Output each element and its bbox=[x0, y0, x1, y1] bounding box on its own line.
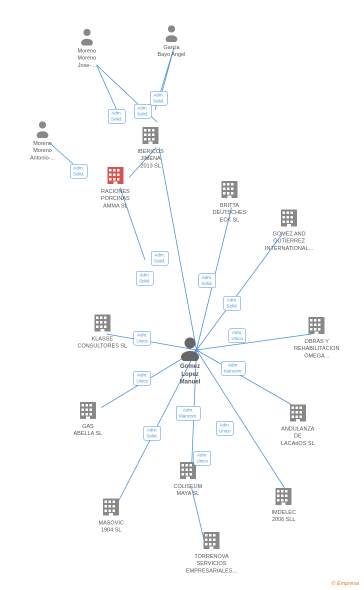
svg-rect-141 bbox=[281, 494, 284, 497]
svg-rect-28 bbox=[144, 134, 146, 136]
svg-rect-70 bbox=[100, 316, 102, 319]
svg-rect-135 bbox=[109, 513, 113, 516]
svg-rect-59 bbox=[286, 212, 289, 214]
svg-rect-102 bbox=[86, 416, 90, 419]
badge-adm-unico-1[interactable]: Adm.Unico bbox=[134, 331, 151, 346]
svg-rect-47 bbox=[223, 183, 226, 186]
badge-adm-solid-4[interactable]: Adm.Solid. bbox=[70, 164, 88, 178]
node-moreno-antonio[interactable]: Moreno Moreno Antonio-... bbox=[30, 120, 55, 161]
node-raciones-porcinas[interactable]: RACIONES PORCINAS AMMA SL bbox=[101, 165, 130, 209]
node-britta-deutsches[interactable]: BRITTA DEUTSCHES ECK SL bbox=[212, 179, 246, 223]
badge-adm-solid-7[interactable]: Adm.Solid. bbox=[198, 274, 216, 288]
svg-line-6 bbox=[159, 148, 196, 350]
svg-rect-145 bbox=[285, 499, 288, 502]
svg-rect-78 bbox=[100, 329, 104, 332]
svg-rect-88 bbox=[318, 328, 320, 330]
svg-rect-138 bbox=[281, 490, 284, 492]
svg-rect-104 bbox=[292, 406, 294, 409]
svg-rect-40 bbox=[113, 174, 116, 176]
svg-rect-111 bbox=[296, 416, 298, 418]
svg-rect-100 bbox=[86, 413, 88, 416]
svg-rect-110 bbox=[292, 416, 294, 418]
badge-adm-solid-8[interactable]: Adm.Solid. bbox=[224, 296, 241, 310]
svg-rect-31 bbox=[144, 138, 146, 140]
svg-rect-38 bbox=[117, 169, 120, 172]
svg-rect-131 bbox=[112, 505, 115, 508]
badge-adm-unico-3[interactable]: Adm.Unico bbox=[134, 371, 151, 386]
building-icon bbox=[289, 402, 307, 424]
node-gas-abella[interactable]: GAS ABELLA SL bbox=[74, 400, 102, 437]
badge-adm-solid-1[interactable]: Adm.Solid. bbox=[150, 91, 168, 106]
svg-rect-64 bbox=[282, 220, 285, 223]
svg-rect-137 bbox=[277, 490, 280, 492]
badge-adm-solid-5[interactable]: Adm.Solid. bbox=[151, 251, 168, 266]
node-britta-deutsches-label: BRITTA DEUTSCHES ECK SL bbox=[212, 202, 246, 223]
node-torrenova-label: TORRENOVA SERVICIOS EMPRESARIALES... bbox=[186, 552, 237, 574]
node-obras-rehabilitacion-label: OBRAS Y REHABILITACION OMEGA... bbox=[294, 338, 340, 359]
badge-adm-unico-5[interactable]: Adm.Unico bbox=[194, 451, 211, 466]
node-torrenova[interactable]: TORRENOVA SERVICIOS EMPRESARIALES... bbox=[186, 530, 237, 574]
svg-rect-94 bbox=[86, 404, 88, 406]
svg-rect-29 bbox=[148, 134, 150, 136]
svg-rect-80 bbox=[310, 319, 312, 322]
node-obras-rehabilitacion[interactable]: OBRAS Y REHABILITACION OMEGA... bbox=[294, 315, 340, 359]
badge-adm-unico-2[interactable]: Adm.Unico bbox=[228, 328, 246, 343]
svg-rect-115 bbox=[182, 464, 184, 466]
svg-point-21 bbox=[166, 36, 177, 42]
svg-rect-157 bbox=[210, 546, 214, 549]
svg-rect-123 bbox=[190, 473, 192, 476]
svg-rect-52 bbox=[231, 188, 234, 190]
svg-rect-84 bbox=[314, 324, 316, 326]
node-imdelec-2006[interactable]: IMDELEC 2006 SLL bbox=[272, 486, 296, 523]
svg-rect-37 bbox=[113, 169, 116, 172]
badge-adm-solid-3[interactable]: Adm.Solid. bbox=[108, 109, 126, 124]
svg-rect-51 bbox=[227, 188, 230, 190]
building-icon bbox=[142, 125, 160, 146]
svg-rect-98 bbox=[90, 408, 92, 411]
connections-svg bbox=[0, 0, 364, 590]
svg-rect-96 bbox=[82, 408, 84, 411]
badge-adm-solid-9[interactable]: Adm.Solid. bbox=[144, 426, 161, 440]
building-icon bbox=[102, 496, 120, 518]
svg-point-19 bbox=[81, 39, 92, 46]
node-gomez-gutierrez[interactable]: GOMEZ AND GUTIERREZ INTERNATIONAL... bbox=[265, 208, 313, 252]
svg-rect-30 bbox=[152, 134, 154, 136]
svg-rect-112 bbox=[300, 416, 302, 418]
svg-rect-43 bbox=[113, 178, 116, 180]
badge-adm-solid-2[interactable]: Adm.Solid. bbox=[134, 104, 152, 118]
svg-rect-54 bbox=[227, 192, 230, 194]
svg-rect-76 bbox=[100, 326, 102, 328]
svg-rect-72 bbox=[96, 321, 98, 324]
node-ibericos-jimena[interactable]: IBERICOS JIMENA 2013 SL bbox=[138, 125, 164, 169]
svg-rect-33 bbox=[152, 138, 154, 140]
node-coliseum-maya[interactable]: COLISEUM MAYA SL bbox=[174, 460, 202, 497]
svg-rect-154 bbox=[205, 543, 208, 546]
badge-adm-solid-6[interactable]: Adm.Solid. bbox=[136, 271, 154, 286]
node-masovic-1984[interactable]: MASOVIC 1984 SL bbox=[98, 496, 124, 534]
node-gomez-lopez[interactable]: Gomez Lopez Manuel bbox=[179, 336, 201, 386]
node-andulanza-lacados[interactable]: ANDULANZA DE LACAdOS SL bbox=[281, 402, 314, 446]
node-klasse-consultores[interactable]: KLASSE CONSULTORES SL bbox=[78, 312, 127, 350]
graph-container: Moreno Moreno Jose-... Garcia Bayo Angel… bbox=[0, 0, 364, 590]
svg-rect-143 bbox=[277, 499, 280, 502]
svg-rect-101 bbox=[90, 413, 92, 416]
svg-rect-66 bbox=[290, 220, 293, 223]
svg-rect-44 bbox=[117, 178, 120, 180]
svg-rect-77 bbox=[104, 326, 106, 328]
svg-rect-32 bbox=[148, 138, 150, 140]
svg-rect-120 bbox=[190, 468, 192, 471]
svg-rect-108 bbox=[296, 411, 298, 414]
svg-line-12 bbox=[196, 350, 299, 409]
node-klasse-consultores-label: KLASSE CONSULTORES SL bbox=[78, 335, 127, 350]
badge-adm-mancom-2[interactable]: Adm.Mancom. bbox=[176, 406, 200, 420]
svg-rect-121 bbox=[182, 473, 184, 476]
badge-adm-mancom-1[interactable]: Adm.Mancom. bbox=[221, 361, 246, 376]
badge-adm-unico-4[interactable]: Adm.Unico bbox=[216, 421, 234, 436]
node-garcia-bayo[interactable]: Garcia Bayo Angel bbox=[158, 24, 186, 58]
svg-rect-156 bbox=[213, 543, 216, 546]
svg-rect-149 bbox=[209, 534, 212, 536]
svg-rect-142 bbox=[285, 494, 288, 497]
svg-rect-153 bbox=[213, 538, 216, 541]
node-moreno-jose[interactable]: Moreno Moreno Jose-... bbox=[78, 28, 96, 68]
svg-rect-34 bbox=[148, 142, 152, 144]
